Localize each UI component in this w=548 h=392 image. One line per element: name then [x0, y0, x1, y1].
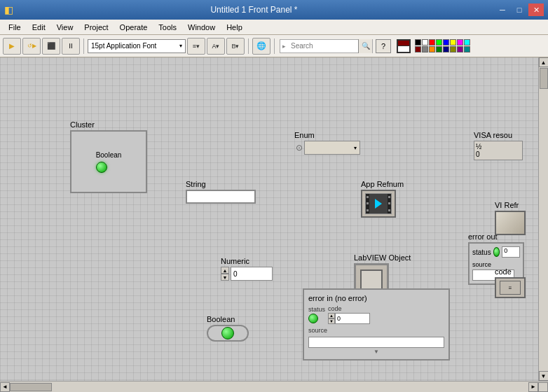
- error-code-group: code ▲ ▼ 0: [328, 305, 370, 324]
- minimize-button[interactable]: ─: [495, 4, 510, 16]
- scroll-track-horizontal[interactable]: [10, 382, 528, 392]
- scroll-track-vertical[interactable]: [539, 67, 549, 371]
- error-code-increment[interactable]: ▲: [328, 313, 335, 318]
- toolbar-sep-1: [83, 38, 84, 54]
- menu-tools[interactable]: Tools: [153, 22, 182, 33]
- color-swatch-7[interactable]: [464, 39, 470, 46]
- menu-project[interactable]: Project: [78, 22, 114, 33]
- vi-ref-label: VI Refr: [495, 201, 526, 209]
- visa-top-value: ½: [476, 143, 481, 150]
- error-code-field[interactable]: 0: [335, 313, 370, 324]
- corner-resize[interactable]: [538, 382, 548, 392]
- cluster-box: Boolean: [70, 130, 147, 193]
- visa-resource-widget: VISA resou ½ 0: [474, 131, 523, 160]
- text-size-button[interactable]: A▾: [207, 38, 225, 55]
- color-swatch-14[interactable]: [457, 46, 463, 52]
- close-button[interactable]: ✕: [528, 4, 544, 16]
- color-swatch-6[interactable]: [457, 39, 463, 46]
- boolean-toggle-label: Boolean: [207, 315, 249, 323]
- scroll-indicator: ▼: [374, 349, 379, 355]
- code-box: ≡: [495, 277, 526, 298]
- font-dropdown-arrow: ▾: [179, 43, 182, 49]
- help-button[interactable]: ?: [376, 39, 391, 53]
- color-swatch-9[interactable]: [422, 46, 428, 52]
- refnum-play-icon: [375, 199, 382, 209]
- canvas-area[interactable]: Cluster Boolean Enum ⊙ ▾ String: [0, 57, 538, 381]
- error-out-led[interactable]: [493, 247, 500, 257]
- cluster-led[interactable]: [96, 162, 107, 173]
- color-swatch-2[interactable]: [429, 39, 435, 46]
- maximize-button[interactable]: □: [512, 4, 527, 16]
- color-swatch-5[interactable]: [450, 39, 456, 46]
- search-box[interactable]: ▸ 🔍: [280, 39, 373, 53]
- color-swatch-13[interactable]: [450, 46, 456, 52]
- apprefnum-widget: App Refnum: [361, 180, 404, 218]
- scroll-down-button[interactable]: ▼: [539, 371, 549, 381]
- color-swatch-1[interactable]: [422, 39, 428, 46]
- apprefnum-label: App Refnum: [361, 180, 404, 188]
- scroll-thumb-horizontal[interactable]: [10, 383, 52, 391]
- string-label: String: [186, 180, 256, 188]
- boolean-toggle[interactable]: [207, 325, 249, 342]
- color-swatch-12[interactable]: [443, 46, 449, 52]
- globe-button[interactable]: 🌐: [252, 38, 270, 55]
- enum-arrow: ▾: [354, 145, 357, 151]
- title-bar: ◧ Untitled 1 Front Panel * ─ □ ✕: [0, 0, 548, 20]
- scroll-right-button[interactable]: ►: [528, 382, 538, 392]
- error-code-arrows: ▲ ▼: [328, 313, 335, 324]
- visa-bottom-value: 0: [476, 150, 480, 158]
- vi-ref-icon: [495, 211, 526, 235]
- color-swatch-10[interactable]: [429, 46, 435, 52]
- right-scrollbar: ▲ ▼: [538, 57, 548, 381]
- scroll-thumb-vertical[interactable]: [540, 68, 548, 89]
- error-status-led[interactable]: [308, 314, 318, 323]
- color-swatch-3[interactable]: [436, 39, 442, 46]
- abort-button[interactable]: ⬛: [42, 38, 60, 55]
- toolbar-sep-3: [274, 38, 275, 54]
- search-input[interactable]: [288, 42, 358, 50]
- enum-control[interactable]: ▾: [304, 141, 360, 155]
- color-palette[interactable]: [415, 39, 470, 52]
- string-input[interactable]: [186, 190, 256, 204]
- numeric-field[interactable]: 0: [231, 267, 273, 281]
- scroll-up-button[interactable]: ▲: [539, 57, 549, 67]
- scroll-left-button[interactable]: ◄: [0, 382, 10, 392]
- labview-object-label: LabVIEW Object: [354, 253, 411, 262]
- font-selector[interactable]: 15pt Application Font ▾: [88, 39, 186, 53]
- run-continuous-button[interactable]: ↺▶: [22, 38, 41, 55]
- error-source-label: source: [308, 327, 327, 334]
- color-swatch-0[interactable]: [415, 39, 421, 46]
- window-title: Untitled 1 Front Panel *: [13, 5, 495, 15]
- error-code-decrement[interactable]: ▼: [328, 318, 335, 324]
- menu-window[interactable]: Window: [182, 22, 221, 33]
- menu-operate[interactable]: Operate: [114, 22, 153, 33]
- search-button[interactable]: 🔍: [358, 39, 372, 53]
- error-out-source-label: source: [472, 261, 491, 268]
- error-in-fields: status code ▲ ▼ 0: [308, 305, 444, 324]
- code-icon: ≡: [500, 281, 521, 295]
- color-swatch-15[interactable]: [464, 46, 470, 52]
- error-code-label: code: [328, 305, 370, 312]
- menu-help[interactable]: Help: [221, 22, 248, 33]
- menu-view[interactable]: View: [51, 22, 79, 33]
- error-out-code[interactable]: 0: [502, 246, 520, 258]
- enum-widget: Enum ⊙ ▾: [294, 131, 360, 155]
- color-swatch-11[interactable]: [436, 46, 442, 52]
- menu-file[interactable]: File: [3, 22, 27, 33]
- run-button[interactable]: ▶: [3, 38, 21, 55]
- string-widget: String: [186, 180, 256, 204]
- color-swatch-8[interactable]: [415, 46, 421, 52]
- error-source-field[interactable]: [308, 337, 444, 348]
- numeric-arrows: ▲ ▼: [221, 267, 229, 281]
- title-icon: ◧: [4, 4, 13, 15]
- text-style-button[interactable]: B▾: [226, 38, 245, 55]
- menu-edit[interactable]: Edit: [27, 22, 51, 33]
- toolbar: ▶ ↺▶ ⬛ ⏸ 15pt Application Font ▾ ≡▾ A▾ B…: [0, 35, 548, 57]
- pause-button[interactable]: ⏸: [62, 38, 80, 55]
- error-in-widget: error in (no error) status code ▲: [303, 288, 450, 360]
- align-text-button[interactable]: ≡▾: [187, 38, 205, 55]
- numeric-increment[interactable]: ▲: [221, 267, 229, 274]
- code-label: code: [495, 267, 526, 276]
- numeric-decrement[interactable]: ▼: [221, 274, 229, 281]
- color-swatch-4[interactable]: [443, 39, 449, 46]
